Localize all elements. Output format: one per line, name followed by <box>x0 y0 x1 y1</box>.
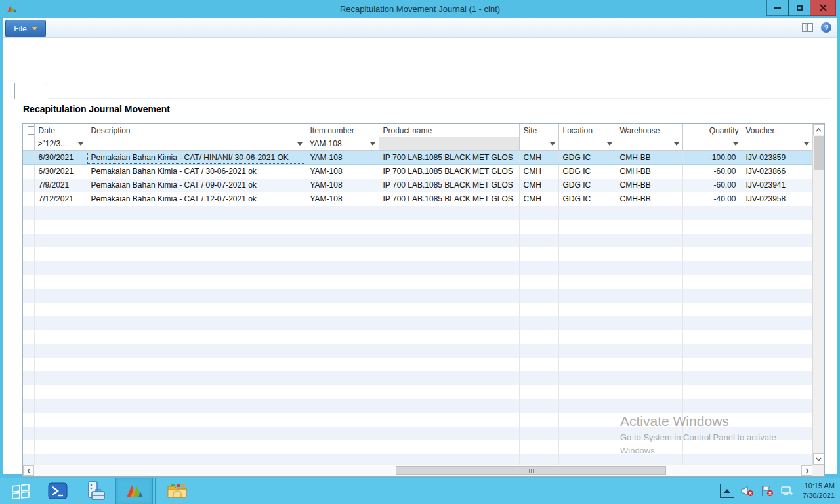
cell-date[interactable]: 7/9/2021 <box>34 178 87 192</box>
dropdown-icon[interactable] <box>78 142 83 146</box>
cell-site[interactable]: CMH <box>519 192 558 206</box>
column-header-location[interactable]: Location <box>558 124 616 137</box>
taskbar-server-manager-button[interactable] <box>77 478 112 504</box>
column-header-date[interactable]: Date <box>34 124 87 137</box>
dropdown-icon[interactable] <box>550 142 555 146</box>
minimize-button[interactable] <box>766 0 789 16</box>
taskbar-dynamics-ax-button[interactable] <box>116 478 153 504</box>
cell-quantity[interactable]: -100.00 <box>682 151 742 165</box>
filter-item-number[interactable]: YAM-108 <box>306 137 379 151</box>
filter-description[interactable] <box>87 137 306 151</box>
column-header-warehouse[interactable]: Warehouse <box>616 124 682 137</box>
dropdown-icon[interactable] <box>607 142 612 146</box>
taskbar-powershell-button[interactable] <box>42 478 74 504</box>
cell-location[interactable]: GDG IC <box>558 178 616 192</box>
dropdown-icon[interactable] <box>674 142 679 146</box>
table-row[interactable]: 7/9/2021 Pemakaian Bahan Kimia - CAT / 0… <box>23 178 812 192</box>
action-center-flag-icon[interactable] <box>761 485 774 497</box>
column-header-quantity[interactable]: Quantity <box>682 124 742 137</box>
window-layout-icon[interactable] <box>802 23 813 32</box>
column-header-item-number[interactable]: Item number <box>306 124 379 137</box>
cell-location[interactable]: GDG IC <box>558 165 616 178</box>
table-row[interactable]: 7/12/2021 Pemakaian Bahan Kimia - CAT / … <box>23 192 812 206</box>
scroll-left-button[interactable] <box>23 465 34 476</box>
cell-date[interactable]: 6/30/2021 <box>34 151 87 165</box>
close-window-button[interactable] <box>810 0 836 16</box>
tray-expand-button[interactable] <box>720 484 734 498</box>
vertical-scroll-thumb[interactable] <box>814 136 824 170</box>
cell-description[interactable]: Pemakaian Bahan Kimia - CAT/ HINANI/ 30-… <box>87 151 306 165</box>
tab-overview[interactable] <box>14 83 47 99</box>
filter-location[interactable] <box>558 137 616 151</box>
table-row[interactable]: 6/30/2021 Pemakaian Bahan Kimia - CAT/ H… <box>23 151 812 165</box>
cell-site[interactable]: CMH <box>519 178 558 192</box>
cell-warehouse[interactable]: CMH-BB <box>616 151 682 165</box>
table-row[interactable]: 6/30/2021 Pemakaian Bahan Kimia - CAT / … <box>23 165 812 178</box>
row-selector[interactable] <box>23 151 34 165</box>
cell-voucher[interactable]: IJV-023859 <box>742 151 812 165</box>
cell-item-number[interactable]: YAM-108 <box>306 178 379 192</box>
cell-product-name[interactable]: IP 700 LAB.1085 BLACK MET GLOS <box>379 192 519 206</box>
select-all-checkbox[interactable] <box>28 126 34 135</box>
row-selector[interactable] <box>23 178 34 192</box>
cell-description[interactable]: Pemakaian Bahan Kimia - CAT / 09-07-2021… <box>87 178 306 192</box>
cell-item-number[interactable]: YAM-108 <box>306 151 379 165</box>
cell-site[interactable]: CMH <box>519 151 558 165</box>
taskbar-file-explorer-button[interactable] <box>158 478 196 504</box>
filter-voucher[interactable] <box>742 137 812 151</box>
maximize-button[interactable] <box>788 0 810 16</box>
dropdown-icon[interactable] <box>733 142 738 146</box>
cell-site[interactable]: CMH <box>519 165 558 178</box>
file-menu-button[interactable]: File <box>5 20 46 37</box>
column-header-site[interactable]: Site <box>519 124 558 137</box>
cell-product-name[interactable]: IP 700 LAB.1085 BLACK MET GLOS <box>379 178 519 192</box>
column-header-description[interactable]: Description <box>87 124 306 137</box>
cell-quantity[interactable]: -40.00 <box>682 192 742 206</box>
cell-product-name[interactable]: IP 700 LAB.1085 BLACK MET GLOS <box>379 165 519 178</box>
cell-location[interactable]: GDG IC <box>558 192 616 206</box>
row-selector[interactable] <box>23 165 34 178</box>
filter-quantity[interactable] <box>682 137 742 151</box>
file-menu-label: File <box>14 24 26 33</box>
scroll-down-button[interactable] <box>813 453 824 465</box>
column-header-voucher[interactable]: Voucher <box>742 124 812 137</box>
cell-description[interactable]: Pemakaian Bahan Kimia - CAT / 30-06-2021… <box>87 165 306 178</box>
horizontal-scrollbar[interactable] <box>23 465 812 476</box>
taskbar-clock[interactable]: 10:15 AM 7/30/2021 <box>800 481 835 501</box>
cell-item-number[interactable]: YAM-108 <box>306 165 379 178</box>
cell-quantity[interactable]: -60.00 <box>682 178 742 192</box>
dropdown-icon[interactable] <box>804 142 809 146</box>
cell-product-name[interactable]: IP 700 LAB.1085 BLACK MET GLOS <box>379 151 519 165</box>
empty-grid-area <box>23 206 812 466</box>
filter-site[interactable] <box>519 137 558 151</box>
filter-warehouse[interactable] <box>616 137 682 151</box>
cell-voucher[interactable]: IJV-023941 <box>742 178 812 192</box>
scroll-right-button[interactable] <box>801 465 812 476</box>
scroll-up-button[interactable] <box>813 124 824 135</box>
dropdown-icon[interactable] <box>297 142 303 146</box>
chevron-down-icon <box>32 27 37 30</box>
cell-date[interactable]: 6/30/2021 <box>34 165 87 178</box>
cell-item-number[interactable]: YAM-108 <box>306 192 379 206</box>
volume-muted-icon[interactable] <box>741 485 754 497</box>
cell-warehouse[interactable]: CMH-BB <box>616 192 682 206</box>
cell-location[interactable]: GDG IC <box>558 151 616 165</box>
horizontal-scroll-thumb[interactable] <box>396 466 666 475</box>
cell-warehouse[interactable]: CMH-BB <box>616 165 682 178</box>
network-icon[interactable] <box>780 485 793 497</box>
cell-voucher[interactable]: IJV-023866 <box>742 165 812 178</box>
row-selector[interactable] <box>23 192 34 206</box>
chevron-up-icon <box>816 128 822 132</box>
window-title: Recapitulation Movement Journal (1 - cin… <box>0 4 840 14</box>
start-button[interactable] <box>4 478 38 504</box>
vertical-scrollbar[interactable] <box>812 124 824 465</box>
cell-date[interactable]: 7/12/2021 <box>34 192 87 206</box>
dropdown-icon[interactable] <box>370 142 375 146</box>
column-header-product-name[interactable]: Product name <box>379 124 519 137</box>
cell-voucher[interactable]: IJV-023958 <box>742 192 812 206</box>
help-icon[interactable]: ? <box>821 22 831 33</box>
cell-quantity[interactable]: -60.00 <box>682 165 742 178</box>
cell-description[interactable]: Pemakaian Bahan Kimia - CAT / 12-07-2021… <box>87 192 306 206</box>
filter-date[interactable]: >"12/3... <box>34 137 87 151</box>
cell-warehouse[interactable]: CMH-BB <box>616 178 682 192</box>
